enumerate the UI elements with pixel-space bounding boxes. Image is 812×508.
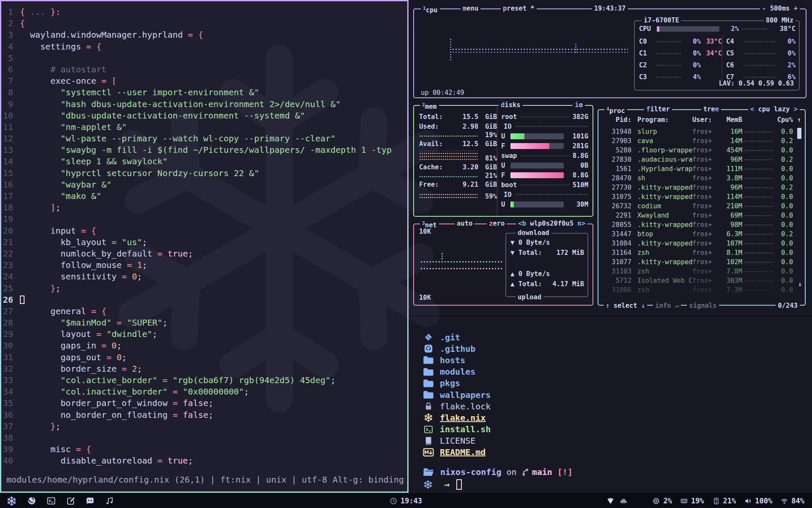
code-line[interactable]: 3 wayland.windowManager.hyprland = { (1, 29, 407, 41)
code-line[interactable]: 11 "nm-applet &" (1, 121, 407, 133)
io-toggle[interactable]: io (573, 101, 585, 109)
code-line[interactable]: 31 gaps_out = 0; (1, 352, 407, 363)
btop-interval-control[interactable]: - 500ms + (760, 5, 800, 12)
disk-io-row: IO (501, 121, 588, 131)
code-line[interactable]: 18 ]; (1, 202, 407, 213)
music-icon[interactable] (105, 497, 114, 505)
code-line[interactable]: 6 # autostart (1, 64, 407, 75)
process-row[interactable]: 26732codiumfros+210M0.0 (603, 202, 793, 211)
proc-filter-button[interactable]: filter (644, 105, 672, 113)
process-row[interactable]: 2291Xwaylandfros+69M0.0 (603, 211, 793, 220)
process-row[interactable]: 31164zshfros+8.1M0.0 (603, 248, 793, 257)
code-line[interactable]: 20 input = { (1, 225, 407, 237)
code-line[interactable]: 13 "swaybg -m fill -i $(find ~/Pictures/… (1, 144, 407, 156)
code-line[interactable]: 15 "hyprctl setcursor Nordzy-cursors 22 … (1, 168, 407, 179)
code-line[interactable]: 34 "col.inactive_border" = "0x00000000"; (1, 386, 407, 398)
editor-code[interactable]: 1{ ... }:2{3 wayland.windowManager.hyprl… (1, 6, 407, 467)
editor-window[interactable]: 1{ ... }:2{3 wayland.windowManager.hyprl… (0, 0, 409, 493)
code-line[interactable]: 9 "hash dbus-update-activation-environme… (1, 99, 407, 110)
proc-table[interactable]: 31948slurpfros+16M0.027903cavafros+14M0.… (603, 127, 793, 295)
proc-table-header: Pid: Program: User: MemB Cpu% (603, 116, 793, 124)
process-row[interactable]: 31084.kitty-wrappedfros+107M0.0 (603, 239, 793, 248)
process-row[interactable]: 5280.floorp-wrappefros+454M0.0 (603, 146, 793, 155)
code-line[interactable]: 28 "$mainMod" = "SUPER"; (1, 317, 407, 329)
cpu-panel-title[interactable]: 1cpu (421, 5, 440, 14)
terminal-window[interactable]: .git.githubhostsmodulespkgswallpapersfla… (409, 316, 812, 493)
firefox-icon[interactable] (27, 497, 36, 505)
code-line[interactable]: 19 (1, 213, 407, 225)
net-auto-toggle[interactable]: auto (455, 220, 475, 227)
process-row[interactable]: 5712Isolated Web Cfros+303M0.0 (603, 276, 793, 285)
discord-icon[interactable] (86, 497, 94, 505)
mem-panel-title[interactable]: 2mem (420, 101, 439, 110)
net-interface-switcher[interactable]: <b wlp0s20f0u5 n> (516, 220, 587, 227)
shell-input-line[interactable]: → (423, 479, 462, 490)
code-line[interactable]: 32 border_size = 2; (1, 363, 407, 375)
code-line[interactable]: 30 gaps_in = 0; (1, 340, 407, 351)
process-row[interactable]: 27730.kitty-wrappedfros+96M0.2 (603, 183, 793, 192)
btop-menu-button[interactable]: menu (461, 5, 480, 12)
proc-tree-toggle[interactable]: tree (701, 105, 721, 113)
process-row[interactable]: 31948slurpfros+16M0.0 (603, 127, 793, 136)
proc-panel-title[interactable]: 4proc (604, 105, 627, 115)
code-line[interactable]: 4 settings = { (1, 41, 407, 52)
code-line[interactable]: 12 "wl-paste --primary --watch wl-copy -… (1, 133, 407, 144)
code-line[interactable]: 10 "dbus-update-activation-environment -… (1, 110, 407, 121)
process-row[interactable]: 28470shfros+3.8M0.0 (603, 174, 793, 183)
code-line[interactable]: 35 border_part_of_window = false; (1, 398, 407, 409)
code-line[interactable]: 7 exec-once = [ (1, 75, 407, 87)
code-line[interactable]: 27 general = { (1, 306, 407, 317)
memory-usage-module[interactable]: 19% (680, 497, 704, 505)
btop-window[interactable]: 1cpu menu preset * 19:43:37 - 500ms + i7… (409, 0, 812, 315)
net-zero-toggle[interactable]: zero (487, 220, 507, 227)
code-line[interactable]: 40 disable_autoreload = true; (1, 455, 407, 467)
code-line[interactable]: 29 layout = "dwindle"; (1, 329, 407, 340)
volume-module[interactable]: 100% (744, 497, 772, 505)
code-line[interactable]: 16 "waybar &" (1, 179, 407, 190)
code-line[interactable]: 24 sensitivity = 0; (1, 271, 407, 282)
process-row[interactable]: 31077.kitty-wrappedfros+102M0.0 (603, 257, 793, 267)
scroll-down-indicator[interactable]: ↓ (798, 280, 802, 288)
proc-scrollbar-thumb[interactable] (797, 128, 801, 139)
process-row[interactable]: 27903cavafros+14M0.2 (603, 136, 793, 146)
process-row[interactable]: 31447btopfros+6.3M0.2 (603, 229, 793, 239)
process-row[interactable]: 31103zshfros+7.8M0.0 (603, 267, 793, 276)
proc-select-button[interactable]: ↑ select ↓ (604, 302, 647, 309)
code-line[interactable]: 37 }; (1, 421, 407, 432)
code-line[interactable]: 1{ ... }: (1, 6, 407, 18)
code-line[interactable]: 23 follow_mouse = 1; (1, 260, 407, 271)
wifi-module[interactable]: 84% (781, 497, 804, 505)
process-row[interactable]: 31075.kitty-wrappedfros+114M0.0 (603, 192, 793, 202)
scroll-up-indicator[interactable]: ↑ (797, 116, 801, 124)
disks-toggle[interactable]: disks (499, 101, 523, 109)
process-row[interactable]: 28055.kitty-wrappedfros+98M0.0 (603, 220, 793, 229)
terminal-icon[interactable] (47, 497, 55, 505)
disk-usage-module[interactable]: 21% (713, 497, 736, 505)
clock-widget[interactable]: 19:43 (390, 497, 422, 505)
code-line[interactable]: 14 "sleep 1 && swaylock" (1, 156, 407, 167)
proc-sort-control[interactable]: < cpu lazy > (748, 105, 800, 113)
code-line[interactable]: 21 kb_layout = "us"; (1, 237, 407, 248)
code-line[interactable]: 38 (1, 432, 407, 444)
process-row[interactable]: 1561.Hyprland-wrapfros+111M0.0 (603, 164, 793, 174)
wifi-signal-icon[interactable] (607, 497, 614, 505)
code-line[interactable]: 25 }; (1, 283, 407, 294)
code-line[interactable]: 36 no_border_on_floating = false; (1, 409, 407, 421)
cloud-icon[interactable] (620, 497, 627, 505)
code-line[interactable]: 5 (1, 52, 407, 64)
proc-signals-button[interactable]: signals (687, 302, 719, 309)
code-line[interactable]: 8 "systemctl --user import-environment &… (1, 87, 407, 98)
cpu-usage-module[interactable]: 2% (653, 497, 672, 505)
proc-info-button[interactable]: info ↵ (653, 302, 681, 309)
process-row[interactable]: 31086zshfros+7.3M0.0 (603, 285, 793, 295)
btop-preset-button[interactable]: preset * (501, 5, 537, 12)
code-line[interactable]: 26 (1, 294, 407, 306)
code-line[interactable]: 33 "col.active_border" = "rgb(cba6f7) rg… (1, 375, 407, 386)
process-row[interactable]: 27830.audacious-wrafros+96M0.2 (603, 155, 793, 164)
code-line[interactable]: 17 "mako &" (1, 190, 407, 202)
code-line[interactable]: 39 misc = { (1, 444, 407, 455)
notes-icon[interactable] (66, 497, 75, 505)
code-line[interactable]: 22 numlock_by_default = true; (1, 248, 407, 260)
nix-icon[interactable] (7, 496, 16, 506)
code-line[interactable]: 2{ (1, 18, 407, 29)
